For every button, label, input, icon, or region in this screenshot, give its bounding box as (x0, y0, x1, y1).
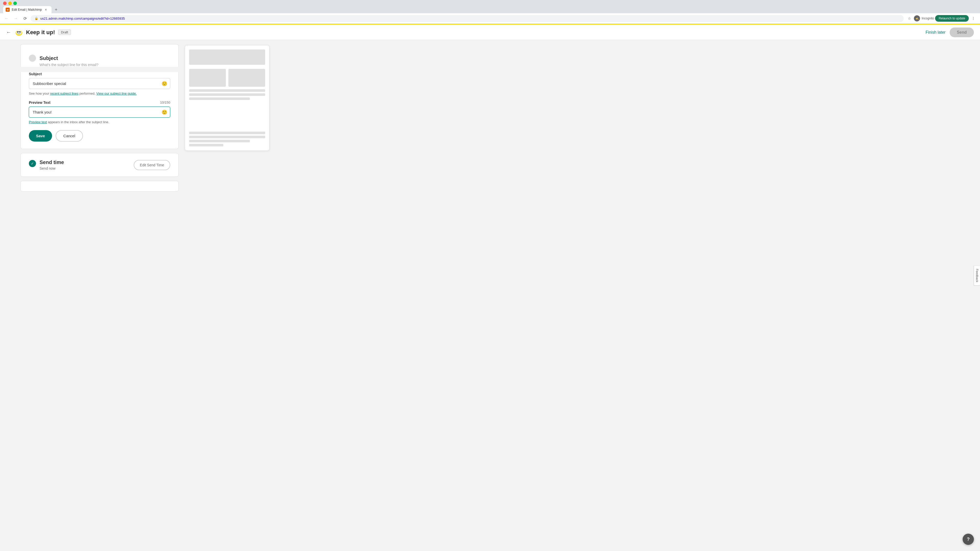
subject-section-header: Subject (29, 49, 170, 63)
subject-line-guide-link[interactable]: View our subject line guide. (96, 92, 137, 95)
subject-section-subtitle: What's the subject line for this email? (29, 63, 170, 67)
preview-line-6 (189, 140, 250, 142)
edit-send-time-btn[interactable]: Edit Send Time (134, 160, 170, 170)
preview-line-5 (189, 136, 265, 138)
preview-header-block (189, 49, 265, 65)
preview-line-2 (189, 94, 265, 96)
action-buttons: Save Cancel (29, 130, 170, 141)
bookmark-btn[interactable]: ☆ (906, 15, 913, 22)
window-controls (3, 2, 17, 5)
back-btn[interactable]: ← (6, 29, 11, 35)
back-nav-btn[interactable]: ← (3, 15, 10, 22)
send-time-text: Send time Send now (40, 159, 64, 170)
save-btn[interactable]: Save (29, 130, 52, 141)
browser-tabs: M Edit Email | Mailchimp ✕ + (0, 6, 980, 13)
address-bar[interactable]: 🔒 us21.admin.mailchimp.com/campaigns/edi… (30, 15, 904, 22)
main-layout: Subject What's the subject line for this… (0, 40, 980, 551)
preview-two-col (189, 69, 265, 87)
relaunch-btn[interactable]: Relaunch to update (935, 15, 969, 22)
send-time-title: Send time (40, 159, 64, 165)
browser-chrome: M Edit Email | Mailchimp ✕ + ← → ⟳ 🔒 us2… (0, 0, 980, 24)
content-area: Subject What's the subject line for this… (0, 40, 179, 551)
subject-form-card: Subject 🙂 See how your recent subject li… (21, 72, 179, 149)
incognito-area: 🕵 Incognito (914, 15, 934, 21)
preview-emoji-btn[interactable]: 🙂 (162, 110, 167, 115)
svg-point-3 (19, 32, 21, 33)
browser-titlebar (0, 0, 980, 5)
browser-toolbar: ← → ⟳ 🔒 us21.admin.mailchimp.com/campaig… (0, 13, 980, 24)
preview-col-left (189, 69, 226, 87)
preview-frame (185, 45, 269, 151)
preview-line-4 (189, 132, 265, 134)
subject-field-label: Subject (29, 72, 170, 76)
send-time-subtitle: Send now (40, 166, 64, 170)
lock-icon: 🔒 (35, 17, 38, 20)
preview-col-right (228, 69, 265, 87)
preview-text-input-wrapper: 🙂 (29, 106, 170, 118)
new-tab-btn[interactable]: + (52, 6, 60, 13)
tab-favicon: M (6, 8, 10, 12)
brand-logo (14, 28, 24, 37)
window-maximize-btn[interactable] (13, 2, 17, 5)
send-time-card: ✓ Send time Send now Edit Send Time (21, 153, 179, 177)
tab-close-btn[interactable]: ✕ (44, 8, 48, 12)
subject-section-title: Subject (40, 56, 58, 61)
finish-later-btn[interactable]: Finish later (926, 30, 945, 35)
more-options-btn[interactable]: ⋮ (970, 15, 977, 22)
cancel-btn[interactable]: Cancel (56, 130, 83, 141)
feedback-tab[interactable]: Feedback (974, 265, 980, 286)
next-section-card (21, 181, 179, 192)
preview-text-counter: 10/150 (160, 100, 170, 105)
browser-actions: ☆ 🕵 Incognito Relaunch to update ⋮ (906, 15, 977, 22)
draft-badge: Draft (58, 30, 71, 35)
window-minimize-btn[interactable] (8, 2, 12, 5)
incognito-icon: 🕵 (914, 15, 920, 21)
recent-subject-lines-link[interactable]: recent subject lines (50, 92, 78, 95)
preview-line-1 (189, 89, 265, 92)
help-btn[interactable]: ? (963, 534, 974, 545)
send-time-check-icon: ✓ (29, 160, 36, 167)
active-tab[interactable]: M Edit Email | Mailchimp ✕ (3, 6, 52, 13)
send-time-info: ✓ Send time Send now (29, 159, 64, 170)
subject-input-wrapper: 🙂 (29, 78, 170, 89)
preview-line-7 (189, 144, 223, 146)
app-header: ← Keep it up! Draft Finish later Send (0, 25, 980, 40)
subject-emoji-btn[interactable]: 🙂 (162, 81, 167, 86)
window-close-btn[interactable] (3, 2, 6, 5)
preview-bottom-cols (189, 106, 265, 126)
preview-text-link[interactable]: Preview text (29, 120, 47, 124)
reload-nav-btn[interactable]: ⟳ (21, 15, 29, 22)
svg-point-2 (18, 32, 18, 33)
preview-text-hint: Preview text appears in the inbox after … (29, 120, 170, 124)
preview-text-lines (189, 89, 265, 146)
preview-panel (179, 40, 275, 551)
preview-text-label: Preview Text 10/150 (29, 100, 170, 105)
forward-nav-btn[interactable]: → (12, 15, 19, 22)
incognito-label: Incognito (921, 17, 934, 20)
send-btn[interactable]: Send (950, 27, 974, 37)
header-actions: Finish later Send (926, 27, 974, 37)
address-text: us21.admin.mailchimp.com/campaigns/edit?… (40, 17, 900, 21)
app-title: Keep it up! (26, 29, 55, 36)
tab-title: Edit Email | Mailchimp (12, 8, 42, 11)
preview-text-input[interactable] (29, 106, 170, 118)
subject-step-circle (29, 55, 36, 62)
subject-hint: See how your recent subject lines perfor… (29, 92, 170, 95)
subject-input[interactable] (29, 78, 170, 89)
preview-line-3 (189, 97, 250, 100)
